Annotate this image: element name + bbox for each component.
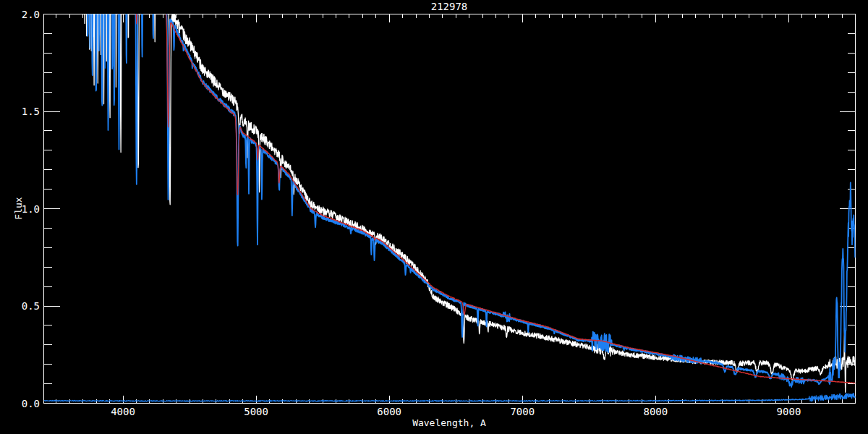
error-spectrum	[44, 393, 856, 401]
x-tick-label: 6000	[357, 406, 422, 417]
x-tick-label: 4000	[90, 406, 156, 417]
y-tick-label: 1.5	[22, 106, 40, 117]
chart-title: 212978	[431, 1, 468, 12]
x-tick-label: 8000	[623, 406, 688, 417]
model-fit	[44, 0, 856, 383]
y-tick-label: 2.0	[22, 9, 40, 20]
x-tick-label: 7000	[490, 406, 555, 417]
y-tick-label: 0.0	[22, 398, 40, 409]
x-axis-label: Wavelength, A	[412, 417, 486, 428]
y-tick-label: 1.0	[22, 203, 40, 215]
spectrum-chart-canvas	[0, 0, 868, 434]
y-tick-label: 0.5	[22, 300, 40, 312]
x-tick-label: 5000	[224, 406, 289, 417]
spectrum-plot-window: 212978 Wavelength, A Flux 40005000600070…	[0, 0, 868, 434]
x-tick-label: 9000	[756, 406, 821, 417]
template-spectrum	[44, 0, 856, 387]
observed-spectrum	[44, 0, 856, 392]
